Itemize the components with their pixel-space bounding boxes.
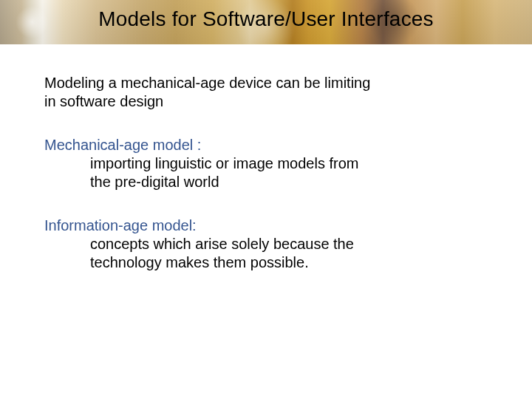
intro-line: in software design <box>44 92 458 111</box>
section-line: technology makes them possible. <box>90 253 458 272</box>
section-line: importing linguistic or image models fro… <box>90 154 458 173</box>
slide-title: Models for Software/User Interfaces <box>44 7 488 31</box>
section-heading: Information-age model: <box>44 216 458 235</box>
section-mechanical: Mechanical-age model : importing linguis… <box>44 136 458 191</box>
section-heading: Mechanical-age model : <box>44 136 458 154</box>
intro-line: Modeling a mechanical-age device can be … <box>44 74 458 92</box>
section-information: Information-age model: concepts which ar… <box>44 216 458 272</box>
section-line: the pre-digital world <box>90 173 458 191</box>
section-line: concepts which arise solely because the <box>90 235 458 253</box>
intro-paragraph: Modeling a mechanical-age device can be … <box>44 74 458 111</box>
slide-body: Modeling a mechanical-age device can be … <box>44 74 458 297</box>
